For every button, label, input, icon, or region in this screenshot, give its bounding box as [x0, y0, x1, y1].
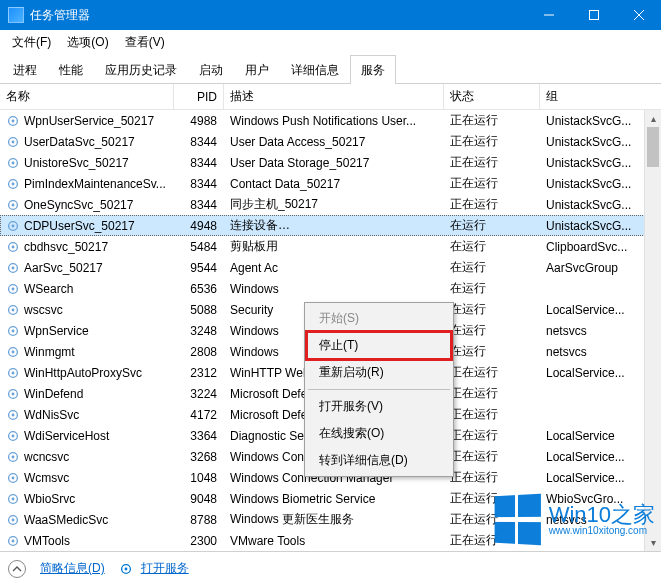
chevron-up-icon[interactable]	[8, 560, 26, 578]
service-group: UnistackSvcG...	[546, 156, 631, 170]
service-icon	[6, 492, 20, 506]
service-status: 正在运行	[450, 532, 498, 549]
service-group: LocalService	[546, 429, 615, 443]
cm-goto-details[interactable]: 转到详细信息(D)	[307, 447, 451, 474]
service-icon	[6, 429, 20, 443]
service-pid: 4172	[190, 408, 217, 422]
col-status[interactable]: 状态	[444, 84, 540, 109]
service-desc: Windows Biometric Service	[230, 492, 375, 506]
tab-performance[interactable]: 性能	[48, 55, 94, 84]
service-desc: Windows 更新医生服务	[230, 511, 354, 528]
minimize-button[interactable]	[526, 0, 571, 30]
col-group[interactable]: 组	[540, 84, 650, 109]
menu-options[interactable]: 选项(O)	[59, 31, 116, 54]
service-group: ClipboardSvc...	[546, 240, 627, 254]
service-name: cbdhsvc_50217	[24, 240, 108, 254]
tab-users[interactable]: 用户	[234, 55, 280, 84]
col-pid[interactable]: PID	[174, 84, 224, 109]
watermark-url: www.win10xitong.com	[549, 526, 655, 536]
service-name: VMTools	[24, 534, 70, 548]
col-desc[interactable]: 描述	[224, 84, 444, 109]
table-row[interactable]: WSearch6536Windows在运行	[0, 278, 661, 299]
content-area: 名称 PID 描述 状态 组 WpnUserService_502174988W…	[0, 84, 661, 551]
service-pid: 9048	[190, 492, 217, 506]
service-name: UnistoreSvc_50217	[24, 156, 129, 170]
service-group: LocalService...	[546, 366, 625, 380]
svg-point-5	[12, 119, 15, 122]
menu-view[interactable]: 查看(V)	[117, 31, 173, 54]
svg-point-43	[12, 518, 15, 521]
maximize-button[interactable]	[571, 0, 616, 30]
service-pid: 2312	[190, 366, 217, 380]
table-row[interactable]: PimIndexMaintenanceSv...8344Contact Data…	[0, 173, 661, 194]
close-button[interactable]	[616, 0, 661, 30]
windows-logo-icon	[494, 493, 544, 546]
tab-processes[interactable]: 进程	[2, 55, 48, 84]
service-name: wcncsvc	[24, 450, 69, 464]
gear-icon	[119, 562, 133, 576]
service-pid: 8344	[190, 156, 217, 170]
table-row[interactable]: WpnUserService_502174988Windows Push Not…	[0, 110, 661, 131]
service-group: UnistackSvcG...	[546, 219, 631, 233]
table-row[interactable]: UnistoreSvc_502178344User Data Storage_5…	[0, 152, 661, 173]
service-desc: Windows	[230, 324, 279, 338]
service-name: CDPUserSvc_50217	[24, 219, 135, 233]
service-pid: 8344	[190, 135, 217, 149]
service-status: 在运行	[450, 343, 486, 360]
service-pid: 3248	[190, 324, 217, 338]
table-row[interactable]: cbdhsvc_502175484剪贴板用在运行ClipboardSvc...	[0, 236, 661, 257]
context-menu: 开始(S) 停止(T) 重新启动(R) 打开服务(V) 在线搜索(O) 转到详细…	[304, 302, 454, 477]
service-pid: 4988	[190, 114, 217, 128]
col-name[interactable]: 名称	[0, 84, 174, 109]
svg-point-23	[12, 308, 15, 311]
svg-point-19	[12, 266, 15, 269]
service-group: UnistackSvcG...	[546, 198, 631, 212]
service-status: 正在运行	[450, 427, 498, 444]
menu-file[interactable]: 文件(F)	[4, 31, 59, 54]
service-name: WinDefend	[24, 387, 83, 401]
cm-start[interactable]: 开始(S)	[307, 305, 451, 332]
scroll-thumb[interactable]	[647, 127, 659, 167]
service-status: 正在运行	[450, 112, 498, 129]
column-headers: 名称 PID 描述 状态 组	[0, 84, 661, 110]
vertical-scrollbar[interactable]: ▴ ▾	[644, 110, 661, 551]
service-status: 正在运行	[450, 406, 498, 423]
service-name: WdiServiceHost	[24, 429, 109, 443]
svg-point-31	[12, 392, 15, 395]
service-group: UnistackSvcG...	[546, 177, 631, 191]
fewer-details-link[interactable]: 简略信息(D)	[40, 560, 105, 577]
service-pid: 8344	[190, 177, 217, 191]
svg-point-15	[12, 224, 15, 227]
svg-point-21	[12, 287, 15, 290]
tab-app-history[interactable]: 应用历史记录	[94, 55, 188, 84]
service-icon	[6, 240, 20, 254]
service-pid: 8344	[190, 198, 217, 212]
service-name: PimIndexMaintenanceSv...	[24, 177, 166, 191]
cm-open-services[interactable]: 打开服务(V)	[307, 393, 451, 420]
table-row[interactable]: CDPUserSvc_502174948连接设备…在运行UnistackSvcG…	[0, 215, 661, 236]
scroll-up-button[interactable]: ▴	[645, 110, 661, 127]
service-icon	[6, 345, 20, 359]
service-icon	[6, 534, 20, 548]
service-name: WpnService	[24, 324, 89, 338]
table-row[interactable]: OneSyncSvc_502178344同步主机_50217正在运行Unista…	[0, 194, 661, 215]
footer: 简略信息(D) 打开服务	[0, 551, 661, 585]
service-status: 正在运行	[450, 490, 498, 507]
tab-startup[interactable]: 启动	[188, 55, 234, 84]
tab-details[interactable]: 详细信息	[280, 55, 350, 84]
service-group: LocalService...	[546, 303, 625, 317]
service-icon	[6, 261, 20, 275]
service-desc: Windows	[230, 282, 279, 296]
cm-search-online[interactable]: 在线搜索(O)	[307, 420, 451, 447]
svg-point-35	[12, 434, 15, 437]
cm-stop[interactable]: 停止(T)	[307, 332, 451, 359]
svg-point-27	[12, 350, 15, 353]
table-row[interactable]: AarSvc_502179544Agent Ac在运行AarSvcGroup	[0, 257, 661, 278]
service-status: 在运行	[450, 280, 486, 297]
table-row[interactable]: UserDataSvc_502178344User Data Access_50…	[0, 131, 661, 152]
service-icon	[6, 114, 20, 128]
cm-restart[interactable]: 重新启动(R)	[307, 359, 451, 386]
open-services-link[interactable]: 打开服务	[141, 560, 189, 577]
tab-services[interactable]: 服务	[350, 55, 396, 84]
service-desc: Security	[230, 303, 273, 317]
